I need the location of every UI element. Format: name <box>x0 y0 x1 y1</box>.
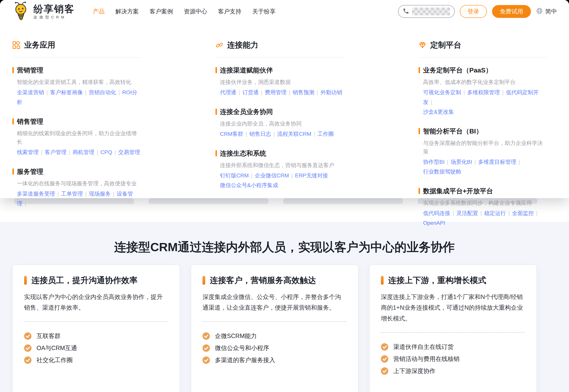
nav-item[interactable]: 客户案例 <box>150 0 173 23</box>
menu-link-row: 多渠道服务受理|工单管理|现场服务|设备管理| <box>17 189 141 209</box>
menu-link[interactable]: 多维权限管理 <box>467 89 500 95</box>
feature-card-desc: 深度连接上下游业务，打通1个厂家和N个代理商/经销商的1+N业务连接模式，可通过… <box>381 292 525 324</box>
menu-section-desc: 连接伙伴业务，洞悉渠道数据 <box>220 78 344 86</box>
menu-link[interactable]: ERP无缝对接 <box>295 172 328 179</box>
menu-link[interactable]: 企业微信CRM <box>255 172 289 179</box>
feature-point-label: 渠道伙伴自主在线订货 <box>393 343 454 351</box>
logo-text: 纷享销客 连接型CRM <box>33 4 75 19</box>
menu-link[interactable]: 现场服务 <box>89 191 111 197</box>
feature-card-desc: 深度集成企业微信、公众号、小程序，并整合多个沟通渠道，让企业直连客户，便捷开展营… <box>202 292 347 313</box>
nav-item[interactable]: 客户支持 <box>218 0 241 23</box>
menu-link[interactable]: 订货通 <box>242 89 259 95</box>
nav-item[interactable]: 关于纷享 <box>252 0 276 23</box>
feature-point-label: 社交化工作圈 <box>37 356 73 364</box>
menu-link[interactable]: 流程关联CRM <box>277 131 311 137</box>
menu-link[interactable]: 全面监控 <box>512 210 534 216</box>
link-separator: | <box>57 191 59 197</box>
menu-section-desc: 精细化的线索到现金的业务闭环，助力企业业绩增长 <box>17 129 141 146</box>
orange-bar <box>381 276 384 285</box>
menu-link[interactable]: 微信公众号&小程序集成 <box>220 182 278 188</box>
check-icon <box>381 355 388 363</box>
nav-item[interactable]: 解决方案 <box>115 0 139 23</box>
nav-item[interactable]: 资源中心 <box>184 0 207 23</box>
logo-subtitle: 连接型CRM <box>33 15 75 19</box>
menu-link[interactable]: OpenAPI <box>423 220 445 226</box>
menu-link[interactable]: 灵活配置 <box>456 210 478 216</box>
link-separator: | <box>115 149 116 155</box>
menu-link[interactable]: 营销自动化 <box>89 89 116 95</box>
mega-column: 定制平台业务定制平台（PaaS）高效率、低成本的数字化业务定制平台可视化业务定制… <box>419 40 547 238</box>
link-separator: | <box>289 89 290 95</box>
check-icon <box>202 332 210 340</box>
menu-link[interactable]: 客户标签画像 <box>50 89 83 95</box>
menu-link[interactable]: 工单管理 <box>61 191 83 197</box>
link-separator: | <box>508 210 510 216</box>
menu-link[interactable]: 沙盒&更改集 <box>423 109 454 115</box>
link-separator: | <box>85 89 86 95</box>
menu-link[interactable]: 销售日志 <box>249 131 271 137</box>
menu-link[interactable]: 代理通 <box>220 89 236 95</box>
menu-link[interactable]: 稳定运行 <box>484 210 506 216</box>
orange-bar <box>215 67 217 73</box>
menu-link[interactable]: 商机管理 <box>73 149 94 155</box>
phone-button[interactable] <box>398 5 455 18</box>
menu-link[interactable]: 可视化业务定制 <box>423 89 461 95</box>
nav-item[interactable]: 产品 <box>93 0 105 23</box>
menu-link[interactable]: 协作型BI <box>423 159 444 165</box>
menu-link[interactable]: 全渠道营销 <box>17 89 44 95</box>
menu-link[interactable]: 低代码连接 <box>423 210 450 216</box>
check-icon <box>381 367 388 375</box>
link-separator: | <box>519 159 520 165</box>
link-separator: | <box>69 149 70 155</box>
menu-section-desc: 与业务深度融合的智能分析平台，助力企业科学决策 <box>423 139 547 156</box>
language-label: 简中 <box>545 8 557 15</box>
menu-link[interactable]: 场景化BI <box>451 159 472 165</box>
menu-link[interactable]: 行业数据驾驶舱 <box>423 168 461 175</box>
mega-column: 业务应用营销管理智能化的全渠道营销工具，精准获客，高效转化全渠道营销|客户标签画… <box>13 40 141 238</box>
dashed-divider <box>381 332 525 333</box>
menu-link-row: 低代码连接|灵活配置|稳定运行|全面监控| <box>423 209 547 218</box>
menu-section-desc: 连接外部系统和微信生态，营销与服务直达客户 <box>220 161 344 169</box>
feature-card: 连接员工，提升沟通协作效率实现以客户为中心的企业内全员高效业务协作，提升销售、渠… <box>13 265 180 392</box>
link-separator: | <box>502 89 503 95</box>
language-switcher[interactable]: 简中 <box>536 7 557 16</box>
login-button[interactable]: 登录 <box>460 5 487 18</box>
menu-link[interactable]: 费用管理 <box>265 89 287 95</box>
menu-link[interactable]: 工作圈 <box>317 131 334 137</box>
menu-link[interactable]: 多维度目标管理 <box>478 159 516 165</box>
feature-points: 互联客群OA与CRM互通社交化工作圈 <box>24 332 168 364</box>
feature-card-title-text: 连接上下游，重构增长模式 <box>388 275 486 285</box>
menu-link[interactable]: CPQ <box>100 149 112 155</box>
menu-link[interactable]: 交易管理 <box>118 149 140 155</box>
menu-link[interactable]: CRM客群 <box>220 131 243 137</box>
menu-link[interactable]: 多渠道服务受理 <box>17 191 55 197</box>
menu-link[interactable]: 销售预测 <box>293 89 314 95</box>
link-icon <box>215 41 223 49</box>
feature-points: 企微SCRM能力微信公众号和小程序多渠道的客户服务接入 <box>202 332 347 364</box>
link-separator: | <box>251 172 252 179</box>
logo[interactable]: 纷享销客 连接型CRM <box>12 1 75 21</box>
free-trial-button[interactable]: 免费试用 <box>492 5 531 18</box>
menu-link[interactable]: 外勤访销 <box>320 89 342 95</box>
feature-point: 上下游深度协作 <box>381 367 525 375</box>
menu-link[interactable]: 客户管理 <box>45 149 67 155</box>
mega-column-title: 连接能力 <box>227 40 258 50</box>
mega-column-title: 业务应用 <box>24 40 55 50</box>
orange-bar <box>24 276 27 285</box>
menu-section-title-text: 连接渠道赋能伙伴 <box>220 66 273 75</box>
menu-link-row: 线索管理|客户管理|商机管理|CPQ|交易管理 <box>17 147 141 157</box>
feature-point: 多渠道的客户服务接入 <box>202 356 347 364</box>
feature-card-title: 连接员工，提升沟通协作效率 <box>24 275 168 285</box>
menu-link[interactable]: 钉钉版CRM <box>220 172 249 179</box>
menu-section-desc: 智能化的全渠道营销工具，精准获客，高效转化 <box>17 78 141 86</box>
header-actions: 登录 免费试用 简中 <box>398 5 557 18</box>
menu-link[interactable]: 线索管理 <box>17 149 39 155</box>
link-separator: | <box>113 191 114 197</box>
feature-point: OA与CRM互通 <box>24 344 168 352</box>
orange-bar <box>13 67 14 73</box>
feature-point: 渠道伙伴自主在线订货 <box>381 343 525 351</box>
menu-section-title-text: 智能分析平台（BI） <box>423 126 483 136</box>
feature-card-title: 连接上下游，重构增长模式 <box>381 275 525 285</box>
menu-section-desc: 一体化的在线服务与现场服务管理，高效便捷专业 <box>17 179 141 188</box>
menu-section: 业务定制平台（PaaS）高效率、低成本的数字化业务定制平台可视化业务定制|多维权… <box>419 66 547 117</box>
